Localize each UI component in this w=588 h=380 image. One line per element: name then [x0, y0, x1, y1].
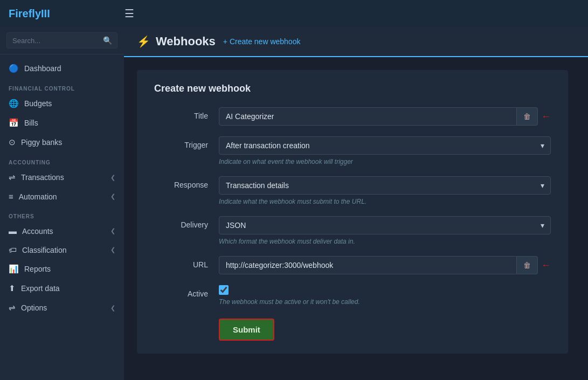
transactions-icon: ⇌: [9, 172, 16, 182]
sidebar-item-label: Piggy banks: [21, 138, 115, 147]
response-control: Transaction details Account details No c…: [219, 176, 551, 205]
sidebar-item-label: Bills: [24, 119, 115, 127]
active-label: Active: [154, 285, 219, 298]
sidebar-item-piggy-banks[interactable]: ⊙ Piggy banks: [0, 133, 124, 152]
section-accounting: ACCOUNTING: [0, 152, 124, 168]
submit-wrap: Submit: [154, 319, 551, 341]
page-header: ⚡ Webhooks + Create new webhook: [124, 27, 588, 57]
layout: 🔍 🔵 Dashboard FINANCIAL CONTROL 🌐 Budget…: [0, 27, 588, 380]
sidebar-item-dashboard[interactable]: 🔵 Dashboard: [0, 59, 124, 78]
form-card-title: Create new webhook: [154, 83, 551, 94]
sidebar: 🔍 🔵 Dashboard FINANCIAL CONTROL 🌐 Budget…: [0, 27, 124, 380]
sidebar-item-label: Transactions: [21, 173, 110, 182]
sidebar-item-label: Automation: [19, 192, 110, 201]
sidebar-item-budgets[interactable]: 🌐 Budgets: [0, 94, 124, 113]
sidebar-item-accounts[interactable]: ▬ Accounts ❮: [0, 222, 124, 240]
trigger-control: After transaction creation After transac…: [219, 136, 551, 165]
topbar: FireflyIII ☰: [0, 0, 588, 27]
active-hint: The webhook must be active or it won't b…: [219, 298, 551, 306]
title-clear-button[interactable]: 🗑: [517, 107, 538, 126]
sidebar-item-label: Classification: [22, 246, 110, 254]
sidebar-item-classification[interactable]: 🏷 Classification ❮: [0, 240, 124, 259]
sidebar-item-label: Accounts: [22, 227, 110, 236]
title-label: Title: [154, 107, 219, 120]
export-icon: ⬆: [9, 284, 16, 293]
response-row: Response Transaction details Account det…: [154, 176, 551, 205]
sidebar-item-reports[interactable]: 📊 Reports: [0, 259, 124, 279]
accounts-icon: ▬: [9, 226, 17, 236]
section-others: OTHERS: [0, 206, 124, 222]
trigger-label: Trigger: [154, 136, 219, 149]
url-arrow-indicator: ←: [541, 260, 551, 271]
delivery-control: JSON None ▾ Which format the webhook mus…: [219, 216, 551, 245]
active-row: Active The webhook must be active or it …: [154, 285, 551, 306]
brand-logo: FireflyIII: [9, 8, 124, 20]
bills-icon: 📅: [9, 118, 19, 128]
sidebar-item-label: Reports: [24, 265, 115, 273]
content-area: Create new webhook Title 🗑 ←: [124, 57, 588, 380]
url-label: URL: [154, 256, 219, 269]
webhook-icon: ⚡: [137, 35, 150, 48]
search-box: 🔍: [0, 27, 124, 54]
automation-icon: ≡: [9, 192, 13, 201]
sidebar-item-automation[interactable]: ≡ Automation ❮: [0, 187, 124, 206]
page-title: Webhooks: [156, 34, 216, 49]
delivery-label: Delivery: [154, 216, 219, 229]
sidebar-item-label: Dashboard: [24, 64, 115, 73]
trigger-hint: Indicate on what event the webhook will …: [219, 158, 551, 165]
active-control: The webhook must be active or it won't b…: [219, 285, 551, 306]
sidebar-item-bills[interactable]: 📅 Bills: [0, 113, 124, 133]
piggy-banks-icon: ⊙: [9, 137, 16, 147]
chevron-right-icon: ❮: [110, 246, 115, 253]
title-arrow-indicator: ←: [541, 111, 551, 122]
chevron-right-icon: ❮: [110, 174, 115, 181]
classification-icon: 🏷: [9, 245, 17, 254]
chevron-right-icon: ❮: [110, 193, 115, 200]
url-control: 🗑 ←: [219, 256, 551, 274]
sidebar-item-label: Budgets: [24, 99, 115, 108]
form-card: Create new webhook Title 🗑 ←: [137, 70, 568, 354]
title-row: Title 🗑 ←: [154, 107, 551, 126]
title-input[interactable]: [219, 107, 517, 126]
response-label: Response: [154, 176, 219, 189]
sidebar-item-options[interactable]: ⇌ Options ❮: [0, 298, 124, 317]
response-hint: Indicate what the webhook must submit to…: [219, 198, 551, 205]
budgets-icon: 🌐: [9, 99, 19, 108]
sidebar-item-label: Options: [21, 303, 110, 312]
reports-icon: 📊: [9, 264, 19, 274]
delivery-row: Delivery JSON None ▾ Which format the we…: [154, 216, 551, 245]
sidebar-item-transactions[interactable]: ⇌ Transactions ❮: [0, 168, 124, 187]
url-input[interactable]: [219, 256, 517, 274]
delivery-hint: Which format the webhook must deliver da…: [219, 238, 551, 245]
chevron-right-icon: ❮: [110, 227, 115, 234]
trigger-row: Trigger After transaction creation After…: [154, 136, 551, 165]
delivery-select[interactable]: JSON None: [219, 216, 551, 234]
create-webhook-link[interactable]: + Create new webhook: [223, 37, 301, 46]
chevron-right-icon: ❮: [110, 305, 115, 312]
url-row: URL 🗑 ←: [154, 256, 551, 274]
sidebar-nav: 🔵 Dashboard FINANCIAL CONTROL 🌐 Budgets …: [0, 54, 124, 380]
main-content: ⚡ Webhooks + Create new webhook Create n…: [124, 27, 588, 380]
url-clear-button[interactable]: 🗑: [517, 256, 538, 274]
title-control: 🗑 ←: [219, 107, 551, 126]
active-checkbox[interactable]: [219, 285, 229, 295]
section-financial-control: FINANCIAL CONTROL: [0, 78, 124, 94]
hamburger-icon[interactable]: ☰: [124, 7, 134, 20]
options-icon: ⇌: [9, 303, 16, 313]
submit-button[interactable]: Submit: [219, 319, 274, 341]
search-icon[interactable]: 🔍: [103, 36, 112, 45]
search-input[interactable]: [12, 37, 103, 45]
dashboard-icon: 🔵: [9, 64, 19, 73]
sidebar-item-export-data[interactable]: ⬆ Export data: [0, 279, 124, 298]
response-select[interactable]: Transaction details Account details No c…: [219, 176, 551, 195]
sidebar-item-label: Export data: [21, 284, 115, 293]
trigger-select[interactable]: After transaction creation After transac…: [219, 136, 551, 155]
